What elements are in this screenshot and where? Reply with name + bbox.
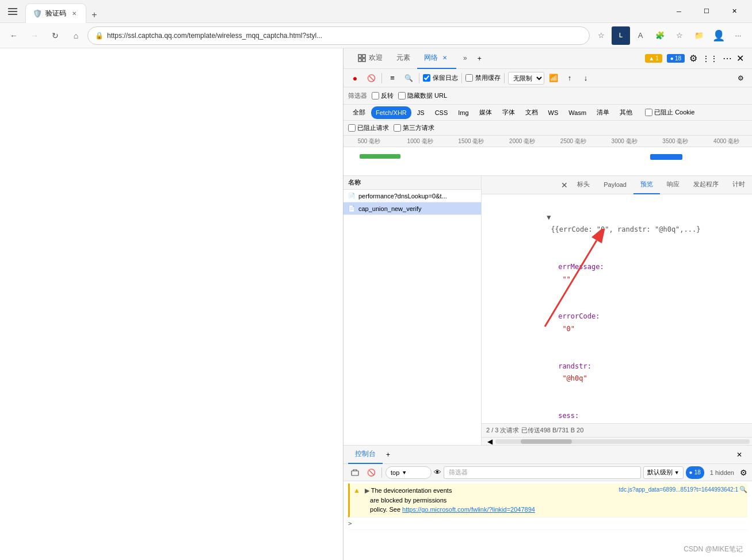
tab-more[interactable]: » (456, 48, 474, 69)
preview-tab-payload[interactable]: Payload (597, 176, 633, 194)
console-warning-icon: ▲ (353, 486, 360, 494)
filter-img[interactable]: Img (453, 106, 473, 119)
tab-network-close[interactable]: ✕ (440, 53, 449, 63)
import-har-icon[interactable]: ⚙ (734, 71, 747, 85)
preview-tab-preview[interactable]: 预览 (633, 176, 660, 194)
preview-tab-response[interactable]: 响应 (660, 176, 686, 194)
devtools-more-icon[interactable]: ⋯ (723, 53, 732, 64)
filter-toggle-button[interactable]: ≡ (385, 71, 399, 85)
scroll-left-button[interactable]: ◀ (484, 432, 495, 446)
filter-media[interactable]: 媒体 (475, 106, 497, 119)
scrollbar-thumb[interactable] (521, 439, 571, 444)
filter-document[interactable]: 文档 (521, 106, 543, 119)
address-bar[interactable]: 🔒 https://ssl.captcha.qq.com/template/wi… (87, 26, 590, 45)
console-caret[interactable]: > (348, 520, 352, 527)
wifi-icon[interactable]: 📶 (547, 71, 560, 85)
console-filter-button[interactable]: 🚫 (364, 466, 378, 480)
console-add-tab[interactable]: + (383, 451, 394, 459)
back-button[interactable]: ← (5, 26, 23, 45)
disable-cache-checkbox[interactable]: 禁用缓存 (465, 74, 501, 82)
minimize-button[interactable]: ─ (666, 2, 692, 21)
reverse-filter-input[interactable] (372, 92, 379, 99)
hide-data-url-label: 隐藏数据 URL (407, 91, 447, 100)
sidebar-toggle[interactable] (5, 3, 21, 20)
devtools-settings-icon[interactable]: ⚙ (689, 53, 697, 64)
preview-tab-initiator[interactable]: 发起程序 (686, 176, 726, 194)
reverse-filter-checkbox[interactable]: 反转 (372, 91, 394, 100)
filter-wasm[interactable]: Wasm (564, 106, 591, 119)
console-source-link[interactable]: tdc.js?app_data=6899...8519?t=1644993642… (619, 486, 747, 493)
blocked-cookie-checkbox[interactable]: 已阻止 Cookie (645, 108, 694, 117)
disable-cache-input[interactable] (465, 74, 473, 82)
search-source-icon[interactable]: 🔍 (739, 486, 747, 493)
devtools-close-icon[interactable]: ✕ (736, 53, 744, 64)
active-tab[interactable]: 🛡️ 验证码 ✕ (25, 3, 86, 23)
console-settings-button[interactable]: ⚙ (740, 468, 747, 477)
settings-more-icon[interactable]: ··· (729, 26, 747, 45)
tab-elements[interactable]: 元素 (390, 48, 417, 69)
hide-data-url-checkbox[interactable]: 隐藏数据 URL (398, 91, 447, 100)
filter-other[interactable]: 其他 (615, 106, 637, 119)
favorites-icon[interactable]: ☆ (670, 26, 689, 45)
blocked-requests-checkbox[interactable]: 已阻止请求 (348, 124, 389, 132)
search-button[interactable]: 🔍 (402, 71, 415, 85)
tab-network[interactable]: 网络 ✕ (417, 48, 456, 69)
reading-icon[interactable]: L (612, 26, 630, 45)
filter-js[interactable]: JS (413, 106, 429, 119)
third-party-input[interactable] (394, 124, 401, 132)
throttle-select[interactable]: 无限制 (508, 72, 544, 85)
warning-link[interactable]: https://go.microsoft.com/fwlink/?linkid=… (402, 506, 535, 513)
nav-bar: ← → ↻ ⌂ 🔒 https://ssl.captcha.qq.com/tem… (0, 23, 752, 48)
console-context-selector[interactable]: top ▼ (385, 466, 432, 479)
collections-icon[interactable]: 📁 (690, 26, 708, 45)
extensions-icon[interactable]: 🧩 (651, 26, 669, 45)
console-level-chevron: ▼ (674, 470, 680, 475)
blocked-cookie-input[interactable] (645, 109, 652, 116)
translate-icon[interactable]: A (631, 26, 650, 45)
record-button[interactable]: ● (348, 71, 362, 85)
filter-css[interactable]: CSS (430, 106, 453, 119)
json-expand-icon[interactable]: ▼ (547, 213, 551, 221)
forward-button[interactable]: → (25, 26, 44, 45)
refresh-button[interactable]: ↻ (46, 26, 64, 45)
filter-all[interactable]: 全部 (348, 106, 370, 119)
star-icon[interactable]: ☆ (592, 26, 610, 45)
console-close-button[interactable]: ✕ (731, 446, 747, 464)
horizontal-scrollbar[interactable]: ◀ (482, 437, 752, 445)
filter-fetch-xhr[interactable]: Fetch/XHR (371, 106, 411, 119)
tick-1500: 1500 毫秒 (446, 137, 497, 145)
preview-close-button[interactable]: ✕ (559, 176, 570, 194)
console-filter-input[interactable]: 筛选器 (444, 466, 641, 479)
close-window-button[interactable]: ✕ (721, 2, 747, 21)
home-button[interactable]: ⌂ (67, 26, 85, 45)
console-level-select[interactable]: 默认级别 ▼ (643, 466, 684, 479)
new-tab-button[interactable]: + (86, 7, 102, 23)
preview-tab-timing[interactable]: 计时 (726, 176, 752, 194)
console-tab-label[interactable]: 控制台 (348, 446, 383, 464)
maximize-button[interactable]: ☐ (693, 2, 720, 21)
profile-icon[interactable]: 👤 (709, 26, 728, 45)
third-party-checkbox[interactable]: 第三方请求 (394, 124, 434, 132)
timeline-content (343, 147, 752, 176)
network-item-1[interactable]: 📄 performance?dnsLookup=0&t... (343, 190, 481, 202)
url-text: https://ssl.captcha.qq.com/template/wire… (107, 32, 582, 40)
toolbar-separator-3 (461, 73, 462, 83)
blocked-requests-input[interactable] (348, 124, 356, 132)
tab-inspector[interactable]: 欢迎 (350, 48, 390, 69)
preserve-log-input[interactable] (423, 74, 430, 82)
filter-font[interactable]: 字体 (498, 106, 520, 119)
filter-manifest[interactable]: 清单 (592, 106, 614, 119)
hide-data-url-input[interactable] (398, 92, 406, 99)
preview-content: ▼ {{errCode: "0", randstr: "@h0q",...} e… (482, 194, 752, 423)
console-clear-button[interactable] (348, 466, 362, 480)
network-item-2[interactable]: 📄 cap_union_new_verify (343, 202, 481, 215)
devtools-customize-icon[interactable]: ⋮⋮ (702, 54, 718, 63)
console-eye-icon[interactable]: 👁 (434, 468, 441, 477)
preview-tab-headers[interactable]: 标头 (570, 176, 597, 194)
tab-close-button[interactable]: ✕ (70, 9, 79, 18)
filter-ws[interactable]: WS (544, 106, 563, 119)
preserve-log-checkbox[interactable]: 保留日志 (423, 74, 458, 82)
warning-expand-icon[interactable]: ▶ (365, 487, 369, 494)
devtools-add-tab-button[interactable]: + (474, 48, 485, 69)
clear-button[interactable]: 🚫 (364, 71, 378, 85)
